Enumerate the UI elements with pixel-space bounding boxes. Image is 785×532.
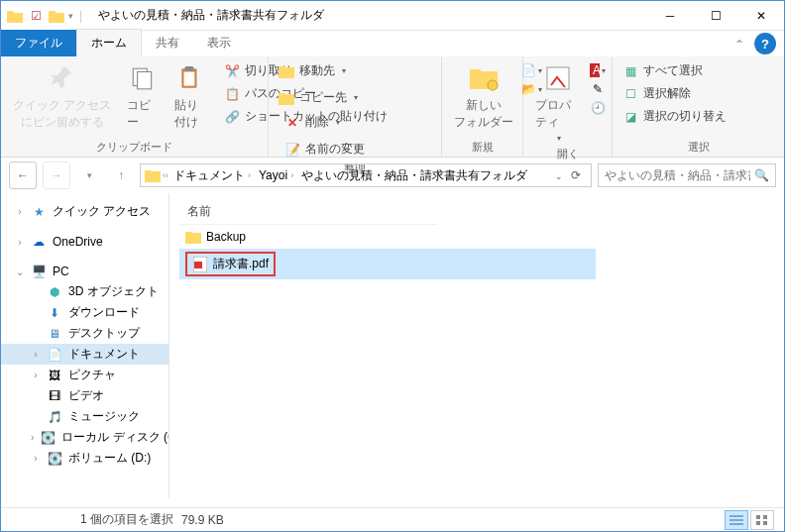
sidebar-item-music[interactable]: 🎵ミュージック — [1, 406, 168, 427]
sidebar-item-pictures[interactable]: ›🖼ピクチャ — [1, 365, 168, 385]
tab-home[interactable]: ホーム — [76, 29, 142, 56]
sidebar-item-videos[interactable]: 🎞ビデオ — [1, 385, 168, 406]
documents-icon: 📄 — [47, 347, 62, 363]
qat-overflow[interactable]: ▾ — [68, 11, 73, 21]
svg-text:A: A — [593, 63, 600, 77]
nav-up-button[interactable]: ↑ — [108, 162, 134, 188]
select-none-button[interactable]: ☐選択解除 — [618, 83, 730, 104]
sidebar-item-disk-d[interactable]: ›💽ボリューム (D:) — [1, 448, 168, 469]
paste-button[interactable]: 貼り付け — [168, 60, 212, 133]
help-icon[interactable]: ? — [754, 33, 776, 54]
new-folder-button[interactable]: 新しい フォルダー — [448, 60, 519, 133]
save-icon[interactable]: ☑ — [27, 7, 45, 25]
rename-button[interactable]: 📝名前の変更 — [280, 139, 369, 160]
delete-icon: ✕ — [284, 115, 300, 131]
new-group-label: 新規 — [448, 138, 516, 155]
breadcrumb[interactable]: ‹‹ ドキュメント› Yayoi› やよいの見積・納品・請求書共有フォルダ ⌄⟳ — [140, 163, 592, 187]
list-item[interactable]: Backup — [179, 226, 596, 248]
video-icon: 🎞 — [47, 388, 62, 404]
sidebar-item-downloads[interactable]: ⬇ダウンロード — [1, 302, 168, 323]
svg-rect-16 — [756, 521, 760, 525]
cloud-icon: ☁ — [31, 234, 47, 250]
properties-icon — [542, 62, 574, 94]
folder-icon — [145, 167, 161, 183]
breadcrumb-folder[interactable]: やよいの見積・納品・請求書共有フォルダ — [298, 167, 530, 184]
nav-back-button[interactable]: ← — [9, 161, 37, 189]
column-header-name[interactable]: 名前 — [179, 199, 437, 225]
disk-icon: 💽 — [47, 451, 62, 467]
pictures-icon: 🖼 — [47, 368, 62, 383]
svg-rect-10 — [194, 262, 202, 268]
cube-icon: ⬢ — [47, 284, 62, 300]
svg-rect-15 — [763, 515, 767, 519]
properties-button[interactable]: プロパティ ▾ — [529, 60, 586, 145]
svg-rect-1 — [138, 72, 152, 89]
search-icon: 🔍 — [754, 168, 769, 182]
sidebar-item-3d[interactable]: ⬢3D オブジェクト — [1, 281, 168, 302]
paste-icon — [174, 62, 206, 94]
svg-rect-4 — [184, 72, 195, 86]
tab-view[interactable]: 表示 — [193, 30, 245, 56]
select-none-icon: ☐ — [622, 86, 638, 102]
copy-button[interactable]: コピー — [121, 60, 165, 133]
breadcrumb-documents[interactable]: ドキュメント› — [170, 167, 254, 184]
clipboard-group-label: クリップボード — [7, 138, 262, 155]
scissors-icon: ✂️ — [224, 63, 240, 79]
sidebar-item-pc[interactable]: ⌄🖥️PC — [1, 262, 168, 281]
navigation-pane[interactable]: ›★クイック アクセス ›☁OneDrive ⌄🖥️PC ⬢3D オブジェクト … — [1, 193, 169, 498]
sidebar-item-disk-c[interactable]: ›💽ローカル ディスク (C — [1, 427, 168, 448]
sidebar-item-quick-access[interactable]: ›★クイック アクセス — [1, 201, 168, 222]
ribbon-tabs: ファイル ホーム 共有 表示 ⌃ ? — [1, 31, 784, 56]
history-dropdown-icon[interactable]: ⌄ — [555, 171, 563, 181]
minimize-button[interactable]: ─ — [647, 1, 693, 31]
qat-folder-icon[interactable] — [48, 7, 65, 25]
folder-icon — [185, 229, 201, 245]
status-bar: 1 個の項目を選択 79.9 KB — [1, 507, 784, 531]
details-view-button[interactable] — [725, 510, 748, 530]
pin-quick-access-button[interactable]: クイック アクセス にピン留めする — [7, 60, 117, 133]
sidebar-item-onedrive[interactable]: ›☁OneDrive — [1, 232, 168, 252]
folder-move-icon — [279, 63, 294, 79]
icons-view-button[interactable] — [750, 510, 774, 530]
pdf-icon — [192, 257, 208, 272]
invert-icon: ◪ — [622, 109, 638, 125]
sidebar-item-documents[interactable]: ›📄ドキュメント — [1, 344, 168, 365]
disk-icon: 💽 — [40, 430, 56, 446]
open-icon[interactable]: A▾ — [590, 62, 606, 78]
new-folder-icon — [468, 62, 500, 94]
svg-point-5 — [488, 80, 498, 90]
refresh-icon[interactable]: ⟳ — [571, 168, 581, 182]
pin-icon — [47, 62, 78, 94]
star-icon: ★ — [31, 204, 47, 220]
move-to-button[interactable]: 移動先▾ — [275, 60, 362, 81]
tab-share[interactable]: 共有 — [142, 30, 193, 56]
close-button[interactable]: ✕ — [738, 1, 784, 31]
nav-forward-button[interactable]: → — [43, 161, 70, 189]
search-box[interactable]: 🔍 — [598, 163, 776, 187]
window-title: やよいの見積・納品・請求書共有フォルダ — [98, 7, 324, 24]
sidebar-item-desktop[interactable]: 🖥デスクトップ — [1, 323, 168, 344]
invert-selection-button[interactable]: ◪選択の切り替え — [618, 106, 730, 127]
breadcrumb-yayoi[interactable]: Yayoi› — [256, 168, 296, 182]
copy-to-button[interactable]: コピー先▾ — [275, 87, 362, 108]
nav-recent-button[interactable]: ▾ — [76, 162, 102, 188]
maximize-button[interactable]: ☐ — [693, 1, 738, 31]
folder-copy-icon — [279, 90, 294, 106]
delete-button[interactable]: ✕削除▾ — [280, 112, 369, 133]
tab-file[interactable]: ファイル — [1, 30, 76, 56]
select-group-label: 選択 — [618, 138, 778, 155]
edit-icon[interactable]: ✎ — [590, 81, 606, 97]
file-list[interactable]: 名前 Backup 請求書.pdf — [169, 193, 784, 498]
open-group-label: 開く — [529, 145, 606, 161]
copy-icon — [127, 62, 159, 94]
ribbon-collapse-icon[interactable]: ⌃ — [725, 33, 754, 56]
download-icon: ⬇ — [47, 305, 62, 321]
svg-rect-17 — [763, 521, 767, 525]
address-bar: ← → ▾ ↑ ‹‹ ドキュメント› Yayoi› やよいの見積・納品・請求書共… — [1, 158, 784, 193]
list-item[interactable]: 請求書.pdf — [179, 249, 596, 279]
history-icon[interactable]: 🕘 — [590, 100, 606, 116]
search-input[interactable] — [605, 168, 750, 182]
shortcut-icon: 🔗 — [224, 109, 240, 125]
desktop-icon: 🖥 — [47, 326, 62, 342]
select-all-button[interactable]: ▦すべて選択 — [618, 60, 730, 81]
